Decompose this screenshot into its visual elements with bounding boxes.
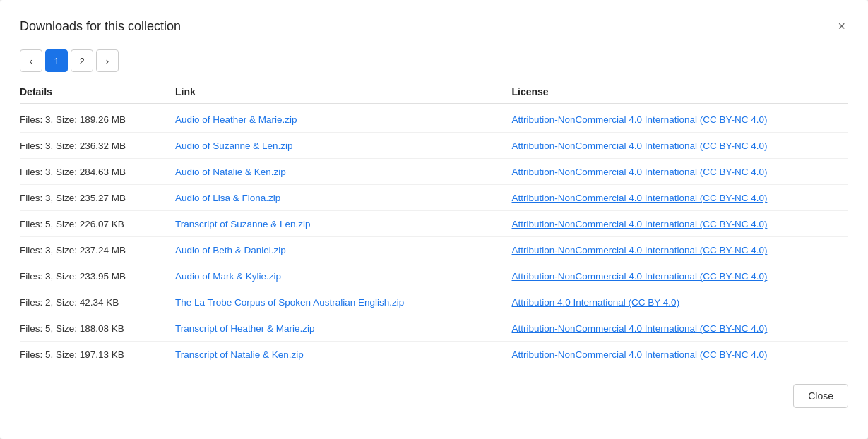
- download-link-8[interactable]: Transcript of Heather & Marie.zip: [175, 323, 315, 334]
- cell-details-8: Files: 5, Size: 188.08 KB: [20, 323, 175, 334]
- table-row: Files: 5, Size: 188.08 KB Transcript of …: [20, 315, 848, 342]
- table-row: Files: 2, Size: 42.34 KB The La Trobe Co…: [20, 289, 848, 315]
- cell-license-6[interactable]: Attribution-NonCommercial 4.0 Internatio…: [512, 270, 849, 282]
- cell-link-5[interactable]: Audio of Beth & Daniel.zip: [175, 244, 512, 255]
- download-link-5[interactable]: Audio of Beth & Daniel.zip: [175, 245, 286, 255]
- cell-details-9: Files: 5, Size: 197.13 KB: [20, 349, 175, 360]
- cell-license-9[interactable]: Attribution-NonCommercial 4.0 Internatio…: [512, 349, 849, 360]
- table-header: Details Link License: [20, 86, 848, 104]
- license-link-1[interactable]: Attribution-NonCommercial 4.0 Internatio…: [512, 140, 768, 151]
- license-link-8[interactable]: Attribution-NonCommercial 4.0 Internatio…: [512, 323, 768, 334]
- modal-close-icon[interactable]: ×: [835, 17, 848, 35]
- cell-license-2[interactable]: Attribution-NonCommercial 4.0 Internatio…: [512, 166, 849, 177]
- download-link-2[interactable]: Audio of Natalie & Ken.zip: [175, 167, 286, 177]
- cell-details-3: Files: 3, Size: 235.27 MB: [20, 193, 175, 203]
- cell-details-7: Files: 2, Size: 42.34 KB: [20, 297, 175, 308]
- cell-link-8[interactable]: Transcript of Heather & Marie.zip: [175, 323, 512, 334]
- table-body: Files: 3, Size: 189.26 MB Audio of Heath…: [20, 107, 848, 367]
- license-link-0[interactable]: Attribution-NonCommercial 4.0 Internatio…: [512, 114, 768, 125]
- license-link-9[interactable]: Attribution-NonCommercial 4.0 Internatio…: [512, 349, 768, 360]
- download-link-4[interactable]: Transcript of Suzanne & Len.zip: [175, 219, 311, 229]
- pagination-page-1[interactable]: 1: [45, 49, 68, 72]
- license-link-7[interactable]: Attribution 4.0 International (CC BY 4.0…: [512, 297, 680, 308]
- cell-license-7[interactable]: Attribution 4.0 International (CC BY 4.0…: [512, 296, 849, 308]
- download-link-6[interactable]: Audio of Mark & Kylie.zip: [175, 271, 281, 282]
- cell-license-5[interactable]: Attribution-NonCommercial 4.0 Internatio…: [512, 244, 849, 255]
- cell-details-4: Files: 5, Size: 226.07 KB: [20, 219, 175, 229]
- close-button[interactable]: Close: [793, 384, 848, 408]
- table-row: Files: 3, Size: 284.63 MB Audio of Natal…: [20, 159, 848, 185]
- download-link-1[interactable]: Audio of Suzanne & Len.zip: [175, 140, 293, 151]
- cell-license-3[interactable]: Attribution-NonCommercial 4.0 Internatio…: [512, 192, 849, 203]
- col-header-details: Details: [20, 86, 175, 97]
- table-row: Files: 5, Size: 226.07 KB Transcript of …: [20, 211, 848, 237]
- pagination-page-2[interactable]: 2: [71, 49, 93, 72]
- modal-container: Downloads for this collection × ‹ 1 2 › …: [0, 0, 868, 439]
- cell-link-7[interactable]: The La Trobe Corpus of Spoken Australian…: [175, 296, 512, 308]
- license-link-2[interactable]: Attribution-NonCommercial 4.0 Internatio…: [512, 167, 768, 177]
- cell-details-1: Files: 3, Size: 236.32 MB: [20, 140, 175, 151]
- license-link-4[interactable]: Attribution-NonCommercial 4.0 Internatio…: [512, 219, 768, 229]
- download-link-3[interactable]: Audio of Lisa & Fiona.zip: [175, 193, 280, 203]
- table-row: Files: 3, Size: 236.32 MB Audio of Suzan…: [20, 133, 848, 159]
- download-link-9[interactable]: Transcript of Natalie & Ken.zip: [175, 349, 304, 360]
- cell-license-1[interactable]: Attribution-NonCommercial 4.0 Internatio…: [512, 140, 849, 151]
- cell-link-2[interactable]: Audio of Natalie & Ken.zip: [175, 166, 512, 177]
- table-row: Files: 3, Size: 237.24 MB Audio of Beth …: [20, 237, 848, 263]
- cell-link-1[interactable]: Audio of Suzanne & Len.zip: [175, 140, 512, 151]
- pagination-next[interactable]: ›: [96, 49, 119, 72]
- pagination: ‹ 1 2 ›: [20, 49, 848, 72]
- table-row: Files: 3, Size: 233.95 MB Audio of Mark …: [20, 263, 848, 289]
- modal-header: Downloads for this collection ×: [20, 17, 848, 35]
- license-link-3[interactable]: Attribution-NonCommercial 4.0 Internatio…: [512, 193, 768, 203]
- table-row: Files: 3, Size: 235.27 MB Audio of Lisa …: [20, 185, 848, 211]
- license-link-6[interactable]: Attribution-NonCommercial 4.0 Internatio…: [512, 271, 768, 282]
- table-row: Files: 3, Size: 189.26 MB Audio of Heath…: [20, 107, 848, 133]
- download-link-0[interactable]: Audio of Heather & Marie.zip: [175, 114, 297, 125]
- pagination-prev[interactable]: ‹: [20, 49, 42, 72]
- col-header-license: License: [512, 86, 849, 97]
- cell-details-2: Files: 3, Size: 284.63 MB: [20, 167, 175, 177]
- cell-link-0[interactable]: Audio of Heather & Marie.zip: [175, 114, 512, 125]
- cell-license-0[interactable]: Attribution-NonCommercial 4.0 Internatio…: [512, 114, 849, 125]
- cell-details-0: Files: 3, Size: 189.26 MB: [20, 114, 175, 125]
- modal-title: Downloads for this collection: [20, 19, 181, 34]
- modal-footer: Close: [20, 384, 848, 408]
- cell-link-9[interactable]: Transcript of Natalie & Ken.zip: [175, 349, 512, 360]
- license-link-5[interactable]: Attribution-NonCommercial 4.0 Internatio…: [512, 245, 768, 255]
- download-link-7[interactable]: The La Trobe Corpus of Spoken Australian…: [175, 297, 404, 308]
- col-header-link: Link: [175, 86, 512, 97]
- cell-link-4[interactable]: Transcript of Suzanne & Len.zip: [175, 218, 512, 229]
- table-row: Files: 5, Size: 197.13 KB Transcript of …: [20, 342, 848, 367]
- cell-link-3[interactable]: Audio of Lisa & Fiona.zip: [175, 192, 512, 203]
- cell-details-5: Files: 3, Size: 237.24 MB: [20, 245, 175, 255]
- cell-license-8[interactable]: Attribution-NonCommercial 4.0 Internatio…: [512, 323, 849, 334]
- cell-link-6[interactable]: Audio of Mark & Kylie.zip: [175, 270, 512, 282]
- cell-details-6: Files: 3, Size: 233.95 MB: [20, 271, 175, 282]
- cell-license-4[interactable]: Attribution-NonCommercial 4.0 Internatio…: [512, 218, 849, 229]
